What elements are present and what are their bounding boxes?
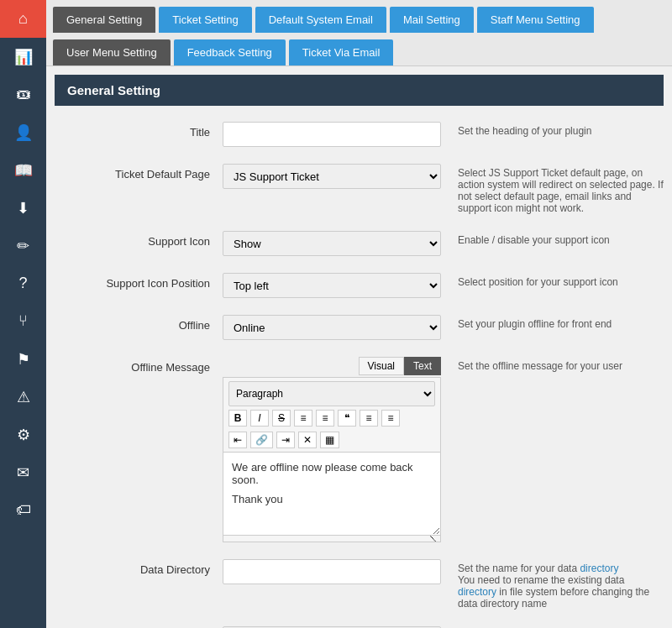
editor-resize-handle[interactable]: ⟍ xyxy=(223,536,441,542)
ul-btn[interactable]: ≡ xyxy=(316,410,334,427)
data-directory-input[interactable]: jssupportticketdata xyxy=(223,559,441,584)
tab-default-system-email[interactable]: Default System Email xyxy=(255,7,386,33)
data-directory-link[interactable]: directory xyxy=(580,563,618,574)
sidebar-git-icon[interactable]: ⑂ xyxy=(0,302,46,340)
ticket-default-page-label: Ticket Default Page xyxy=(55,164,223,181)
ticket-default-page-control: JS Support Ticket xyxy=(223,164,441,189)
sidebar-settings-icon[interactable]: ⚙ xyxy=(0,416,46,453)
data-directory-control: jssupportticketdata xyxy=(223,559,441,584)
tab-general-setting[interactable]: General Setting xyxy=(53,7,155,33)
editor-content[interactable]: We are offline now please come back soon… xyxy=(223,452,441,536)
sidebar-edit-icon[interactable]: ✏ xyxy=(0,227,46,264)
offline-message-label: Offline Message xyxy=(55,357,223,374)
title-input[interactable]: JS Support Ticket System xyxy=(223,122,441,147)
support-icon-position-control: Top left Top right Bottom left Bottom ri… xyxy=(223,273,441,298)
bold-btn[interactable]: B xyxy=(228,410,247,427)
form-row-offline: Offline Online Offline Set your plugin o… xyxy=(55,311,664,343)
sidebar-mail-icon[interactable]: ✉ xyxy=(0,453,46,491)
main-content: General Setting Ticket Setting Default S… xyxy=(46,0,672,628)
form-row-ticket-default-page: Ticket Default Page JS Support Ticket Se… xyxy=(55,160,664,217)
sidebar-alert-icon[interactable]: ⚠ xyxy=(0,378,46,416)
link-btn[interactable]: 🔗 xyxy=(250,432,273,448)
offline-label: Offline xyxy=(55,315,223,332)
sidebar-user-icon[interactable]: 👤 xyxy=(0,113,46,151)
tab-ticket-via-email[interactable]: Ticket Via Email xyxy=(289,39,393,65)
offline-message-control: Visual Text Paragraph B I S ≡ ≡ ❝ ≡ ≡ xyxy=(223,357,441,542)
editor-line2: Thank you xyxy=(232,493,432,505)
form-row-support-icon: Support Icon Show Hide Enable / disable … xyxy=(55,228,664,259)
strikethrough-btn[interactable]: S xyxy=(272,410,291,427)
form-row-title: Title JS Support Ticket System Set the h… xyxy=(55,118,664,150)
editor-toggle: Visual Text xyxy=(223,357,441,375)
support-icon-help: Enable / disable your support icon xyxy=(441,231,664,246)
tab-feedback-setting[interactable]: Feedback Setting xyxy=(174,39,286,65)
italic-btn[interactable]: I xyxy=(250,410,269,427)
sidebar-tag-icon[interactable]: 🏷 xyxy=(0,491,46,529)
support-icon-control: Show Hide xyxy=(223,231,441,256)
indent-left-btn[interactable]: ⇤ xyxy=(228,432,247,448)
sidebar-ticket-icon[interactable]: 🎟 xyxy=(0,76,46,113)
title-control: JS Support Ticket System xyxy=(223,122,441,147)
form-row-support-icon-position: Support Icon Position Top left Top right… xyxy=(55,270,664,301)
offline-select[interactable]: Online Offline xyxy=(223,315,441,340)
support-icon-position-label: Support Icon Position xyxy=(55,273,223,290)
support-icon-select[interactable]: Show Hide xyxy=(223,231,441,256)
editor-toolbar: Paragraph B I S ≡ ≡ ❝ ≡ ≡ ⇤ 🔗 ⇥ ✕ ▦ xyxy=(223,377,441,452)
offline-control: Online Offline xyxy=(223,315,441,340)
align-left-btn[interactable]: ≡ xyxy=(360,410,378,427)
tab-ticket-setting[interactable]: Ticket Setting xyxy=(159,7,251,33)
content-area: General Setting Title JS Support Ticket … xyxy=(46,66,672,628)
sidebar-home-icon[interactable]: ⌂ xyxy=(0,0,46,38)
sidebar-book-icon[interactable]: 📖 xyxy=(0,151,46,189)
ol-btn[interactable]: ≡ xyxy=(294,410,312,427)
visual-toggle-btn[interactable]: Visual xyxy=(359,357,404,375)
form-row-offline-message: Offline Message Visual Text Paragraph B … xyxy=(55,353,664,546)
title-label: Title xyxy=(55,122,223,139)
support-icon-position-select[interactable]: Top left Top right Bottom left Bottom ri… xyxy=(223,273,441,298)
editor-line1: We are offline now please come back soon… xyxy=(232,461,432,486)
text-toggle-btn[interactable]: Text xyxy=(404,357,441,375)
offline-help: Set your plugin offline for front end xyxy=(441,315,664,330)
form-row-data-directory: Data Directory jssupportticketdata Set t… xyxy=(55,556,664,613)
table-btn[interactable]: ▦ xyxy=(320,432,339,448)
align-center-btn[interactable]: ≡ xyxy=(381,410,400,427)
paragraph-select[interactable]: Paragraph xyxy=(228,381,435,406)
indent-right-btn[interactable]: ⇥ xyxy=(276,432,295,448)
sidebar-chart-icon[interactable]: 📊 xyxy=(0,38,46,76)
sidebar: ⌂ 📊 🎟 👤 📖 ⬇ ✏ ? ⑂ ⚑ ⚠ ⚙ ✉ 🏷 xyxy=(0,0,46,628)
remove-format-btn[interactable]: ✕ xyxy=(298,432,317,448)
support-icon-position-help: Select position for your support icon xyxy=(441,273,664,288)
title-help: Set the heading of your plugin xyxy=(441,122,664,137)
tab-mail-setting[interactable]: Mail Setting xyxy=(390,7,474,33)
support-icon-label: Support Icon xyxy=(55,231,223,248)
tab-user-menu-setting[interactable]: User Menu Setting xyxy=(53,39,171,65)
sidebar-download-icon[interactable]: ⬇ xyxy=(0,189,46,227)
sidebar-flag-icon[interactable]: ⚑ xyxy=(0,340,46,378)
data-directory-help: Set the name for your data directory You… xyxy=(441,559,664,610)
tab-staff-menu-setting[interactable]: Staff Menu Setting xyxy=(477,7,594,33)
blockquote-btn[interactable]: ❝ xyxy=(338,410,356,427)
ticket-default-page-help: Select JS Support Ticket default page, o… xyxy=(441,164,664,214)
offline-message-help: Set the offline message for your user xyxy=(441,357,664,372)
tab-bar: General Setting Ticket Setting Default S… xyxy=(46,0,672,66)
section-title: General Setting xyxy=(67,83,160,97)
ticket-default-page-select[interactable]: JS Support Ticket xyxy=(223,164,441,189)
form-row-date-format: Date Format DD-MM-YYYY MM-DD-YYYY YYYY-M… xyxy=(55,623,664,628)
sidebar-question-icon[interactable]: ? xyxy=(0,264,46,302)
section-header: General Setting xyxy=(55,75,664,106)
data-directory-label: Data Directory xyxy=(55,559,223,576)
